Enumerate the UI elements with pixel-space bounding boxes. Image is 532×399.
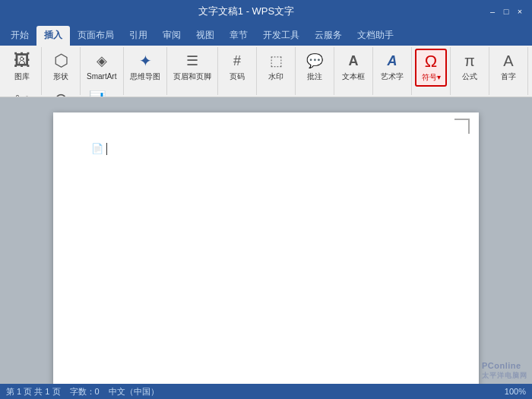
- headerfooter-icon: ☰: [186, 50, 198, 71]
- ribbon-item-screenshot[interactable]: ✂ 截屏: [6, 87, 38, 97]
- ribbon-item-firstchar[interactable]: A 首字: [492, 49, 524, 87]
- ribbon-group-wordart: A 艺术字: [373, 47, 412, 95]
- watermark-text: PConline: [482, 361, 521, 370]
- pageno-label: 页码: [230, 72, 245, 81]
- mindmap-label: 思维导图: [130, 72, 160, 81]
- document-area: 📄 PConline 太平洋电脑网: [0, 97, 532, 384]
- ribbon-group-firstchar: A 首字: [489, 47, 528, 95]
- ribbon-group-watermark: ⬚ 水印: [257, 47, 296, 95]
- text-cursor: [106, 143, 107, 155]
- ribbon-item-textbox[interactable]: A 文本框: [337, 49, 369, 87]
- maximize-button[interactable]: □: [500, 5, 512, 17]
- tab-start[interactable]: 开始: [3, 26, 36, 46]
- ribbon-items-shapes: ⬡ 形状 ⊙ 关系图: [45, 47, 77, 85]
- wordart-icon: A: [388, 50, 397, 71]
- pageno-icon: #: [233, 50, 241, 71]
- firstchar-label: 首字: [501, 72, 516, 81]
- annotation-label: 批注: [307, 72, 322, 81]
- tab-devtools[interactable]: 开发工具: [255, 26, 307, 46]
- shapes-label: 形状: [53, 72, 68, 81]
- mindmap-icon: ✦: [139, 50, 152, 71]
- shapes-icon: ⬡: [54, 50, 68, 71]
- tab-view[interactable]: 视图: [188, 26, 222, 46]
- ribbon-item-relation-chart[interactable]: ⊙ 关系图: [45, 87, 77, 97]
- tab-chapter[interactable]: 章节: [222, 26, 255, 46]
- title-text: 文字文稿1 - WPS文字: [6, 5, 486, 18]
- smartart-icon: ◈: [97, 50, 107, 71]
- ribbon-group-pageno: # 页码: [218, 47, 257, 95]
- ribbon-items-annotation: 💬 批注: [299, 47, 331, 85]
- ribbon-items-watermark: ⬚ 水印: [260, 47, 292, 85]
- screenshot-icon: ✂: [15, 89, 29, 97]
- image-library-label: 图库: [14, 72, 30, 81]
- ribbon-group-symbol: Ω 符号▾: [412, 47, 451, 95]
- watermark-label: PConline 太平洋电脑网: [482, 361, 527, 381]
- equation-label: 公式: [462, 72, 477, 81]
- ribbon-items-headerfooter: ☰ 页眉和页脚: [170, 47, 214, 85]
- ribbon-item-chart[interactable]: 📊 图表: [84, 86, 111, 97]
- wordart-label: 艺术字: [381, 72, 404, 81]
- tab-review[interactable]: 审阅: [155, 26, 188, 46]
- status-words: 字数：0: [70, 386, 100, 397]
- ribbon-items-pictures: 🖼 图库 ✂ 截屏: [6, 47, 38, 85]
- ribbon-items-textbox: A 文本框: [337, 47, 369, 85]
- ribbon-item-shapes[interactable]: ⬡ 形状: [45, 49, 77, 87]
- relation-chart-icon: ⊙: [54, 89, 68, 97]
- symbol-icon: Ω: [425, 51, 437, 72]
- ribbon-items-equation: π 公式: [454, 47, 486, 85]
- ribbon-item-smartart[interactable]: ◈ SmartArt: [84, 49, 119, 85]
- tab-cloud[interactable]: 云服务: [307, 26, 350, 46]
- close-button[interactable]: ×: [514, 5, 526, 17]
- tab-insert[interactable]: 插入: [36, 26, 70, 46]
- headerfooter-label: 页眉和页脚: [173, 72, 211, 81]
- smartart-label: SmartArt: [87, 72, 116, 81]
- ribbon-group-equation: π 公式: [451, 47, 489, 95]
- cursor-area[interactable]: 📄: [91, 143, 441, 155]
- ribbon-tabs: 开始 插入 页面布局 引用 审阅 视图 章节 开发工具 云服务 文档助手: [0, 23, 532, 46]
- page-icon: 📄: [91, 143, 103, 154]
- ribbon-items-firstchar: A 首字: [492, 47, 524, 85]
- image-library-icon: 🖼: [14, 50, 30, 71]
- status-lang: 中文（中国）: [109, 386, 159, 397]
- ribbon-item-mindmap[interactable]: ✦ 思维导图: [127, 49, 163, 87]
- watermark-sub: 太平洋电脑网: [482, 372, 527, 379]
- title-controls: – □ ×: [486, 5, 526, 17]
- title-bar: 文字文稿1 - WPS文字 – □ ×: [0, 0, 532, 23]
- ribbon-group-smartart: ◈ SmartArt 📊 图表 📈 在线图表 ⟳ 流程图: [81, 47, 124, 95]
- ribbon-item-watermark[interactable]: ⬚ 水印: [260, 49, 292, 87]
- ribbon-group-annotation: 💬 批注: [296, 47, 334, 95]
- ribbon-group-shapes: ⬡ 形状 ⊙ 关系图: [42, 47, 81, 95]
- status-bar: 第 1 页 共 1 页 字数：0 中文（中国） 100%: [0, 384, 532, 399]
- ribbon-item-headerfooter[interactable]: ☰ 页眉和页脚: [170, 49, 214, 87]
- ribbon-group-mindmap: ✦ 思维导图: [124, 47, 167, 95]
- ribbon-items-symbol: Ω 符号▾: [415, 47, 447, 85]
- tab-pagelayout[interactable]: 页面布局: [70, 26, 122, 46]
- ribbon-item-pageno[interactable]: # 页码: [221, 49, 253, 87]
- status-zoom: 100%: [505, 387, 526, 396]
- watermark-label: 水印: [268, 72, 283, 81]
- tab-references[interactable]: 引用: [122, 26, 155, 46]
- ribbon-group-pictures: 🖼 图库 ✂ 截屏: [3, 47, 42, 95]
- ribbon-item-equation[interactable]: π 公式: [454, 49, 486, 87]
- corner-bracket-top-right: [454, 119, 470, 134]
- firstchar-icon: A: [503, 50, 513, 71]
- ribbon-items-mindmap: ✦ 思维导图: [127, 47, 163, 85]
- ribbon-group-textbox: A 文本框: [334, 47, 373, 95]
- ribbon-items-pageno: # 页码: [221, 47, 253, 85]
- minimize-button[interactable]: –: [486, 5, 499, 17]
- ribbon-item-image-library[interactable]: 🖼 图库: [6, 49, 38, 87]
- ribbon-group-insertmore: ⊞ 插入▾: [528, 47, 532, 95]
- watermark-icon: ⬚: [270, 50, 283, 71]
- ribbon-item-symbol[interactable]: Ω 符号▾: [415, 49, 447, 87]
- ribbon-items-smartart: ◈ SmartArt 📊 图表 📈 在线图表 ⟳ 流程图: [84, 47, 120, 85]
- ribbon-group-headerfooter: ☰ 页眉和页脚: [167, 47, 218, 95]
- tab-docassist[interactable]: 文档助手: [350, 26, 401, 46]
- page[interactable]: 📄: [53, 112, 479, 384]
- symbol-label: 符号▾: [422, 73, 441, 82]
- equation-icon: π: [464, 50, 475, 71]
- textbox-icon: A: [349, 50, 359, 71]
- ribbon-item-wordart[interactable]: A 艺术字: [376, 49, 408, 87]
- chart-icon: 📊: [89, 87, 106, 97]
- ribbon-item-annotation[interactable]: 💬 批注: [299, 49, 331, 87]
- status-page: 第 1 页 共 1 页: [6, 386, 61, 397]
